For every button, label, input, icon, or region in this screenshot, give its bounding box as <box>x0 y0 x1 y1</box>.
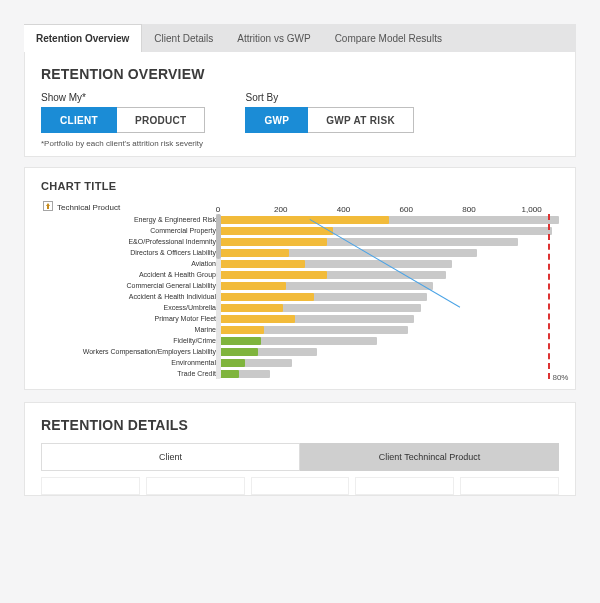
row-bar-area[interactable] <box>220 348 561 356</box>
chart-row: Environmental <box>41 357 561 368</box>
bar-risk <box>220 216 389 224</box>
chart-row: Excess/Umbrella <box>41 302 561 313</box>
reference-line-label: 80% <box>552 373 568 382</box>
sort-by-option-gwp[interactable]: GWP <box>245 107 308 133</box>
overview-title: RETENTION OVERVIEW <box>41 66 559 82</box>
row-label: Excess/Umbrella <box>41 304 220 311</box>
bar-risk <box>220 315 295 323</box>
bar-risk <box>220 348 258 356</box>
chart-row: Commercial Property <box>41 225 561 236</box>
retention-overview-panel: RETENTION OVERVIEW Show My* CLIENTPRODUC… <box>24 52 576 157</box>
bar-risk <box>220 304 283 312</box>
row-bar-area[interactable] <box>220 359 561 367</box>
show-my-group: Show My* CLIENTPRODUCT <box>41 92 205 133</box>
chart-row: Directors & Officers Liability <box>41 247 561 258</box>
retention-details-panel: RETENTION DETAILS ClientClient Techninca… <box>24 402 576 496</box>
row-label: Directors & Officers Liability <box>41 249 220 256</box>
chart-row: Primary Motor Fleet <box>41 313 561 324</box>
chart-rows: Energy & Engineered RiskCommercial Prope… <box>41 214 561 379</box>
row-label: Accident & Health Group <box>41 271 220 278</box>
bar-risk <box>220 359 245 367</box>
stub-cell <box>460 477 559 495</box>
category-column-header[interactable]: Technical Product <box>41 200 218 214</box>
scrollbar-thumb[interactable] <box>216 214 221 259</box>
details-grid-stub <box>41 477 559 495</box>
row-bar-area[interactable] <box>220 282 561 290</box>
row-label: Energy & Engineered Risk <box>41 216 220 223</box>
row-bar-area[interactable] <box>220 271 561 279</box>
bar-risk <box>220 282 286 290</box>
sort-by-segmented: GWPGWP AT RISK <box>245 107 413 133</box>
main-tab-2[interactable]: Attrition vs GWP <box>225 24 322 52</box>
bar-risk <box>220 260 305 268</box>
chart-row: Commercial General Liability <box>41 280 561 291</box>
main-tab-3[interactable]: Compare Model Results <box>323 24 454 52</box>
show-my-segmented: CLIENTPRODUCT <box>41 107 205 133</box>
chart-row: Marine <box>41 324 561 335</box>
category-column-label: Technical Product <box>57 203 120 212</box>
row-label: E&O/Professional Indemnity <box>41 238 220 245</box>
x-tick: 400 <box>337 205 350 214</box>
bar-risk <box>220 227 333 235</box>
row-label: Primary Motor Fleet <box>41 315 220 322</box>
x-tick: 1,000 <box>522 205 542 214</box>
chart-row: Fidelity/Crime <box>41 335 561 346</box>
chart-title: CHART TITLE <box>41 180 559 192</box>
x-tick: 0 <box>216 205 220 214</box>
chart-panel: CHART TITLE Technical Product 0200400600… <box>24 167 576 390</box>
stub-cell <box>41 477 140 495</box>
reference-line <box>548 214 550 379</box>
row-bar-area[interactable] <box>220 337 561 345</box>
row-bar-area[interactable] <box>220 370 561 378</box>
details-sub-tabs: ClientClient Technincal Product <box>41 443 559 471</box>
row-bar-area[interactable] <box>220 326 561 334</box>
details-subtab-0[interactable]: Client <box>41 443 300 471</box>
bar-risk <box>220 271 327 279</box>
bar-risk <box>220 238 327 246</box>
row-bar-area[interactable] <box>220 315 561 323</box>
row-bar-area[interactable] <box>220 304 561 312</box>
chart-row: Workers Compensation/Employers Liability <box>41 346 561 357</box>
row-bar-area[interactable] <box>220 227 561 235</box>
show-my-label: Show My* <box>41 92 205 103</box>
main-tabs: Retention OverviewClient DetailsAttritio… <box>24 24 576 52</box>
details-subtab-1[interactable]: Client Technincal Product <box>300 443 559 471</box>
chart-row: Trade Credit <box>41 368 561 379</box>
row-label: Environmental <box>41 359 220 366</box>
row-label: Trade Credit <box>41 370 220 377</box>
row-bar-area[interactable] <box>220 249 561 257</box>
x-axis: 02004006008001,000 <box>218 200 561 214</box>
main-tab-1[interactable]: Client Details <box>142 24 225 52</box>
chart-row: Energy & Engineered Risk <box>41 214 561 225</box>
stub-cell <box>355 477 454 495</box>
row-bar-area[interactable] <box>220 216 561 224</box>
x-tick: 600 <box>399 205 412 214</box>
chart-row: Accident & Health Individual <box>41 291 561 302</box>
bar-risk <box>220 337 261 345</box>
show-my-option-client[interactable]: CLIENT <box>41 107 117 133</box>
row-bar-area[interactable] <box>220 293 561 301</box>
bar-risk <box>220 370 239 378</box>
stub-cell <box>146 477 245 495</box>
details-title: RETENTION DETAILS <box>41 417 559 433</box>
chart-row: E&O/Professional Indemnity <box>41 236 561 247</box>
sort-arrow-icon <box>43 201 53 213</box>
sort-by-label: Sort By <box>245 92 413 103</box>
sort-by-option-gwp-at-risk[interactable]: GWP AT RISK <box>308 107 414 133</box>
show-my-option-product[interactable]: PRODUCT <box>117 107 206 133</box>
bar-risk <box>220 249 289 257</box>
row-label: Workers Compensation/Employers Liability <box>41 348 220 355</box>
row-label: Commercial Property <box>41 227 220 234</box>
row-label: Fidelity/Crime <box>41 337 220 344</box>
row-label: Marine <box>41 326 220 333</box>
bar-risk <box>220 326 264 334</box>
chart-row: Aviation <box>41 258 561 269</box>
sort-by-group: Sort By GWPGWP AT RISK <box>245 92 413 133</box>
bar-risk <box>220 293 314 301</box>
stub-cell <box>251 477 350 495</box>
row-scrollbar[interactable] <box>216 214 221 379</box>
row-bar-area[interactable] <box>220 238 561 246</box>
main-tab-0[interactable]: Retention Overview <box>24 24 142 52</box>
x-tick: 800 <box>462 205 475 214</box>
row-label: Commercial General Liability <box>41 282 220 289</box>
